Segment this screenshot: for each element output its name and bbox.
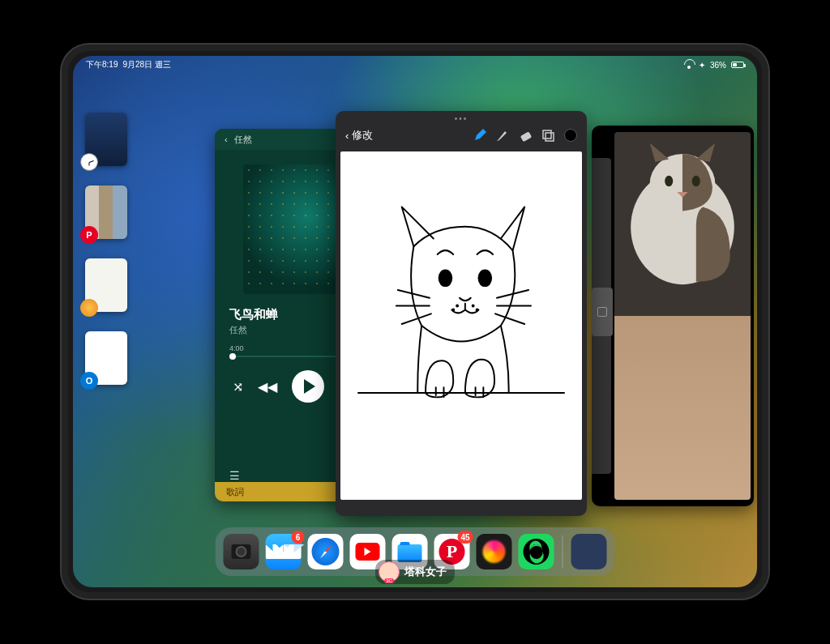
drawing-toolbar: ‹ 修改 (336, 121, 587, 150)
battery-percent: 36% (710, 61, 726, 70)
svg-point-2 (665, 176, 673, 186)
cat-line-drawing (340, 151, 582, 500)
svg-rect-4 (520, 131, 532, 142)
previous-icon[interactable]: ◀◀ (258, 379, 277, 395)
status-bar: 下午8:19 9月28日 週三 ✦ 36% (73, 56, 757, 72)
svg-point-9 (456, 305, 458, 307)
layers-icon[interactable] (541, 129, 554, 142)
color-picker[interactable] (564, 129, 577, 142)
music-app-icon (80, 299, 98, 317)
procreate-app[interactable] (477, 534, 512, 569)
watermark-text: 塔科女子 (404, 565, 447, 579)
battery-star: ✦ (699, 61, 705, 70)
status-time: 下午8:19 (86, 59, 118, 70)
stage-thumb[interactable] (85, 113, 127, 166)
queue-icon[interactable]: ☰ (229, 469, 240, 482)
svg-point-8 (479, 271, 492, 287)
app-library[interactable] (571, 534, 607, 569)
cat-photo-content (614, 132, 751, 296)
crop-tool-icon[interactable] (592, 288, 613, 336)
wifi-icon (684, 61, 694, 69)
dock-separator (563, 535, 563, 568)
watermark: 塔科女子 (375, 560, 455, 584)
brush-tool-icon[interactable] (496, 129, 509, 142)
chevron-left-icon: ‹ (345, 130, 349, 142)
svg-rect-6 (545, 133, 554, 141)
svg-point-3 (692, 176, 700, 186)
outlook-icon: O (80, 372, 98, 390)
camera-app[interactable] (224, 534, 259, 569)
stage-thumb[interactable] (85, 258, 127, 312)
eraser-tool-icon[interactable] (519, 129, 532, 142)
svg-point-11 (452, 309, 454, 310)
svg-rect-5 (543, 130, 551, 139)
clock-icon (80, 153, 98, 171)
mail-app[interactable]: 6 (266, 534, 302, 569)
time-elapsed: 4:00 (229, 344, 244, 352)
window-grab-handle[interactable]: ••• (455, 114, 468, 123)
battery-icon (731, 62, 744, 68)
drawing-canvas[interactable] (340, 151, 582, 500)
stage-thumb[interactable]: O (85, 331, 127, 385)
music-back-label[interactable]: 任然 (234, 134, 252, 146)
spotify-app[interactable] (519, 534, 554, 569)
mail-badge: 6 (292, 531, 305, 544)
safari-app[interactable] (308, 534, 344, 569)
watermark-avatar-icon (379, 561, 400, 582)
cat-photo[interactable] (614, 132, 751, 500)
play-button[interactable] (292, 370, 324, 403)
pinterest-badge: 45 (457, 531, 473, 544)
shuffle-icon[interactable]: ⤨ (233, 379, 243, 395)
stage-thumb[interactable]: P (85, 186, 127, 239)
status-date: 9月28日 週三 (122, 59, 170, 70)
chevron-left-icon[interactable]: ‹ (225, 134, 228, 144)
svg-point-7 (439, 271, 452, 287)
svg-point-12 (477, 309, 478, 310)
pen-tool-icon[interactable] (473, 129, 486, 142)
svg-point-10 (473, 305, 474, 307)
pinterest-icon: P (80, 226, 98, 244)
back-label: 修改 (352, 128, 373, 143)
stage-manager-sidebar: P O (78, 113, 135, 385)
ipad-device-frame: 下午8:19 9月28日 週三 ✦ 36% P O (60, 43, 770, 600)
photo-viewer-window[interactable] (592, 126, 754, 506)
back-button[interactable]: ‹ 修改 (345, 128, 373, 143)
drawing-app-window[interactable]: ••• ‹ 修改 (336, 111, 587, 516)
ipad-screen: 下午8:19 9月28日 週三 ✦ 36% P O (73, 56, 757, 587)
